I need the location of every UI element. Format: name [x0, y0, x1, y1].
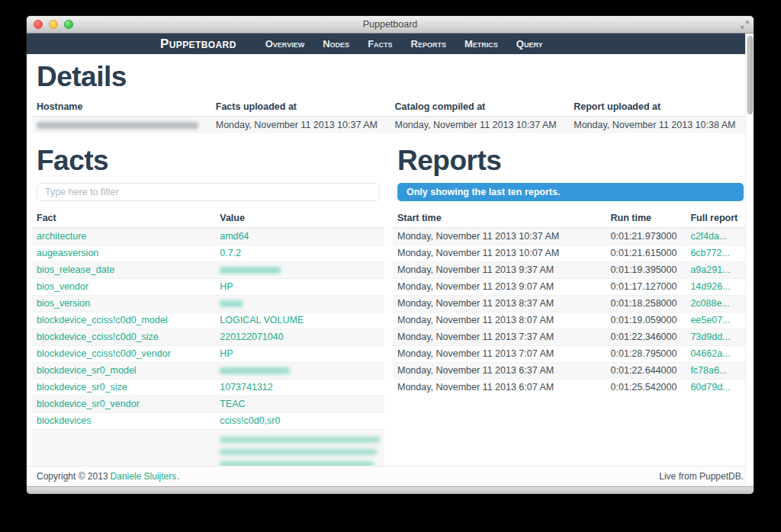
reports-section: Reports Only showing the last ten report…	[397, 133, 744, 466]
facts-table-body: architectureamd64augeasversion0.7.2bios_…	[32, 228, 384, 466]
fact-value-link[interactable]: 0.7.2	[220, 248, 241, 258]
report-run-time: 0:01:19.059000	[611, 315, 677, 325]
fact-row: blockdevice_cciss!c0d0_vendorHP	[32, 345, 384, 362]
nav-item-reports[interactable]: Reports	[411, 38, 446, 50]
fact-name-link[interactable]: blockdevices	[37, 415, 92, 426]
fact-row: augeasversion0.7.2	[32, 245, 384, 261]
reports-col-start: Start time	[393, 210, 606, 228]
redacted-value	[220, 267, 281, 274]
window-titlebar: Puppetboard	[27, 16, 754, 34]
report-start-time: Monday, November 11 2013 9:07 AM	[397, 281, 554, 292]
copyright-text: Copyright © 2013	[37, 471, 108, 482]
author-link[interactable]: Daniele Sluijters	[111, 471, 177, 482]
redacted-line	[220, 449, 377, 455]
details-table: Hostname Facts uploaded at Catalog compi…	[32, 99, 748, 133]
details-heading: Details	[37, 62, 744, 92]
facts-col-fact: Fact	[32, 210, 215, 228]
report-row: Monday, November 11 2013 6:37 AM0:01:22.…	[393, 362, 748, 379]
horizontal-scrollbar[interactable]	[27, 486, 754, 494]
report-start-time: Monday, November 11 2013 10:37 AM	[397, 231, 559, 242]
facts-table: Fact Value architectureamd64augeasversio…	[32, 210, 384, 466]
fact-value-link[interactable]: TEAC	[220, 399, 245, 409]
report-run-time: 0:01:21.973000	[611, 231, 677, 242]
report-uploaded-value: Monday, November 11 2013 10:38 AM	[574, 120, 735, 130]
fact-name-link[interactable]: blockdevice_sr0_size	[37, 382, 127, 393]
fact-name-link[interactable]: augeasversion	[37, 248, 98, 258]
report-run-time: 0:01:19.395000	[611, 264, 677, 275]
fact-name-link[interactable]: bios_vendor	[37, 281, 88, 292]
fact-value-link[interactable]: 220122071040	[220, 332, 283, 342]
fact-row: bios_vendorHP	[32, 278, 384, 295]
report-run-time: 0:01:18.258000	[611, 298, 677, 309]
fact-name-link[interactable]: blockdevice_cciss!c0d0_model	[37, 315, 168, 325]
page-content: Details Hostname Facts uploaded at Catal…	[27, 54, 754, 466]
fact-row: cfkey	[32, 429, 384, 466]
report-hash-link[interactable]: 04662a...	[690, 348, 730, 359]
report-hash-link[interactable]: a9a291...	[690, 264, 730, 275]
report-run-time: 0:01:25.542000	[611, 382, 677, 393]
report-start-time: Monday, November 11 2013 7:07 AM	[397, 348, 554, 359]
fact-value-link[interactable]: HP	[220, 348, 233, 359]
minimize-button[interactable]	[49, 20, 58, 29]
nav-item-metrics[interactable]: Metrics	[464, 38, 498, 50]
fact-name-link[interactable]: blockdevice_cciss!c0d0_vendor	[37, 348, 171, 359]
fact-name-link[interactable]: bios_version	[37, 298, 90, 309]
report-start-time: Monday, November 11 2013 6:37 AM	[397, 365, 554, 376]
report-start-time: Monday, November 11 2013 6:07 AM	[397, 382, 554, 393]
fact-name-link[interactable]: blockdevice_cciss!c0d0_size	[37, 332, 159, 342]
nav-item-nodes[interactable]: Nodes	[323, 38, 349, 50]
reports-col-full: Full report	[686, 210, 748, 228]
close-button[interactable]	[34, 20, 43, 29]
report-hash-link[interactable]: fc78a6...	[690, 365, 727, 376]
report-start-time: Monday, November 11 2013 10:07 AM	[397, 248, 559, 258]
fact-value-link[interactable]: 1073741312	[220, 382, 273, 393]
details-col-catalog-compiled: Catalog compiled at	[390, 99, 570, 117]
redacted-value-block	[220, 432, 380, 466]
report-hash-link[interactable]: c2f4da...	[690, 231, 727, 242]
report-hash-link[interactable]: 2c088e...	[690, 298, 729, 309]
redacted-line	[220, 461, 373, 466]
fact-row: bios_release_date	[32, 261, 384, 278]
reports-heading: Reports	[397, 146, 744, 176]
report-start-time: Monday, November 11 2013 9:37 AM	[397, 264, 554, 275]
vertical-scrollbar-thumb[interactable]	[747, 36, 753, 114]
navbar-brand[interactable]: Puppetboard	[160, 37, 236, 52]
footer-copyright: Copyright © 2013Daniele Sluijters.	[37, 471, 180, 482]
nav-item-query[interactable]: Query	[516, 38, 543, 50]
report-hash-link[interactable]: 60d79d...	[690, 382, 730, 393]
window-title: Puppetboard	[27, 16, 754, 33]
fact-value-link[interactable]: HP	[220, 281, 233, 292]
fact-row: bios_version	[32, 295, 384, 312]
fact-name-link[interactable]: blockdevice_sr0_vendor	[37, 399, 140, 409]
report-hash-link[interactable]: ee5e07...	[690, 315, 730, 325]
report-hash-link[interactable]: 73d9dd...	[690, 332, 730, 342]
app-window: Puppetboard Puppetboard Overview Nodes F…	[27, 16, 754, 494]
reports-table-body: Monday, November 11 2013 10:37 AM0:01:21…	[393, 228, 748, 396]
fact-value-link[interactable]: amd64	[220, 231, 249, 242]
redacted-value	[220, 300, 243, 307]
nav-item-overview[interactable]: Overview	[265, 38, 304, 50]
fact-name-link[interactable]: architecture	[37, 231, 86, 242]
zoom-button[interactable]	[64, 20, 73, 29]
reports-col-run: Run time	[606, 210, 686, 228]
resize-icon[interactable]	[741, 21, 749, 29]
report-run-time: 0:01:17.127000	[611, 281, 677, 292]
nav-item-facts[interactable]: Facts	[368, 38, 392, 50]
facts-filter-input[interactable]	[37, 183, 380, 201]
facts-heading: Facts	[37, 146, 380, 176]
footer-source: Live from PuppetDB.	[659, 471, 744, 482]
report-run-time: 0:01:28.795000	[611, 348, 677, 359]
report-start-time: Monday, November 11 2013 7:37 AM	[397, 332, 554, 342]
fact-name-link[interactable]: bios_release_date	[37, 264, 114, 275]
fact-value-link[interactable]: LOGICAL VOLUME	[220, 315, 304, 325]
fact-row: blockdevice_cciss!c0d0_size220122071040	[32, 328, 384, 345]
report-row: Monday, November 11 2013 9:37 AM0:01:19.…	[393, 261, 748, 278]
fact-row: architectureamd64	[32, 228, 384, 245]
report-row: Monday, November 11 2013 10:37 AM0:01:21…	[393, 228, 748, 245]
report-hash-link[interactable]: 6cb772...	[690, 248, 729, 258]
fact-name-link[interactable]: blockdevice_sr0_model	[37, 365, 137, 376]
copyright-suffix: .	[177, 471, 179, 482]
vertical-scrollbar-track[interactable]	[745, 34, 754, 486]
fact-value-link[interactable]: cciss!c0d0,sr0	[220, 415, 280, 426]
report-hash-link[interactable]: 14d926...	[690, 281, 730, 292]
